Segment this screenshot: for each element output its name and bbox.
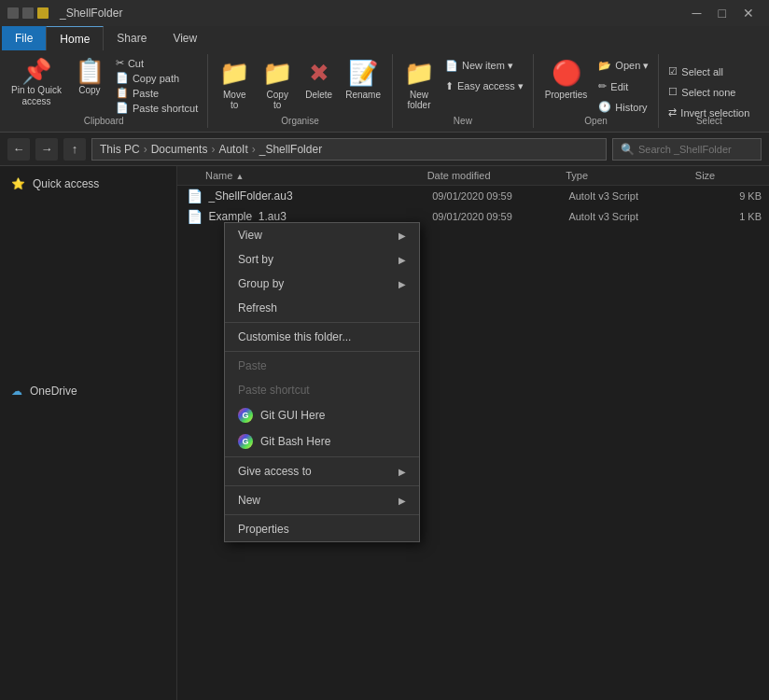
rename-button[interactable]: 📝 Rename xyxy=(340,56,386,103)
ctx-pasteshortcut: Paste shortcut xyxy=(225,378,419,402)
col-type[interactable]: Type xyxy=(566,170,695,181)
moveto-icon: 📁 xyxy=(219,59,249,88)
window-icon xyxy=(7,7,19,19)
history-label: History xyxy=(615,102,647,113)
moveto-label: Moveto xyxy=(223,90,245,110)
ctx-sep-5 xyxy=(225,514,419,515)
properties-ribbon-label: Properties xyxy=(545,90,588,100)
ctx-new[interactable]: New ▶ xyxy=(225,488,419,512)
back-button[interactable]: ← xyxy=(7,138,30,161)
forward-button[interactable]: → xyxy=(35,138,58,161)
edit-ribbon-label: Edit xyxy=(610,81,628,92)
minimize-button[interactable]: ─ xyxy=(685,6,709,21)
close-button[interactable]: ✕ xyxy=(735,6,762,21)
ribbon-group-organise: 📁 Moveto 📁 Copyto ✖ Delete 📝 Rename Orga… xyxy=(208,54,393,128)
col-size[interactable]: Size xyxy=(695,170,769,181)
ctx-properties[interactable]: Properties xyxy=(225,517,419,541)
ctx-sep-1 xyxy=(225,322,419,323)
table-row[interactable]: 📄 _ShellFolder.au3 09/01/2020 09:59 Auto… xyxy=(177,186,769,206)
ctx-view[interactable]: View ▶ xyxy=(225,223,419,247)
properties-ribbon-button[interactable]: 🔴 Properties xyxy=(539,56,594,103)
ctx-groupby[interactable]: Group by ▶ xyxy=(225,272,419,296)
organise-label: Organise xyxy=(208,116,392,126)
paste-ribbon-button[interactable]: 📋 Paste xyxy=(112,86,202,100)
easyaccess-button[interactable]: ⬆ Easy access ▾ xyxy=(441,77,527,96)
title-bar-icons xyxy=(7,7,49,19)
file-icon-1: 📄 xyxy=(187,189,204,203)
cut-icon: ✂ xyxy=(116,57,124,69)
newfolder-button[interactable]: 📁 Newfolder xyxy=(398,56,440,113)
history-button[interactable]: 🕐 History xyxy=(594,97,652,117)
main-content: ⭐ Quick access ☁ OneDrive Name ▲ Date mo… xyxy=(0,166,769,700)
cut-label: Cut xyxy=(128,58,144,69)
copyto-button[interactable]: 📁 Copyto xyxy=(257,56,298,113)
ctx-groupby-label: Group by xyxy=(238,277,284,290)
delete-button[interactable]: ✖ Delete xyxy=(300,56,338,103)
pin-button[interactable]: 📌 Pin to Quickaccess xyxy=(6,56,67,110)
edit-ribbon-button[interactable]: ✏ Edit xyxy=(594,77,652,96)
ctx-gitbash[interactable]: G Git Bash Here xyxy=(225,428,419,455)
ctx-groupby-arrow: ▶ xyxy=(398,279,406,289)
sidebar-item-onedrive[interactable]: ☁ OneDrive xyxy=(0,381,176,401)
tab-home[interactable]: Home xyxy=(46,26,104,50)
file-type-1: AutoIt v3 Script xyxy=(568,190,695,202)
delete-icon: ✖ xyxy=(309,59,329,88)
ctx-sortby-arrow: ▶ xyxy=(398,255,406,265)
file-size-2: 1 KB xyxy=(696,211,769,222)
col-date[interactable]: Date modified xyxy=(427,170,566,181)
open-ribbon-button[interactable]: 📂 Open ▾ xyxy=(594,56,652,76)
ribbon-group-select: ☑ Select all ☐ Select none ⇄ Invert sele… xyxy=(659,54,759,128)
pin-icon: 📌 xyxy=(21,59,51,83)
pasteshortcut-button[interactable]: 📄 Paste shortcut xyxy=(112,101,202,115)
tab-share[interactable]: Share xyxy=(104,26,160,50)
up-button[interactable]: ↑ xyxy=(63,138,86,161)
selectall-button[interactable]: ☑ Select all xyxy=(664,62,753,81)
ctx-refresh-label: Refresh xyxy=(238,301,277,315)
maximize-button[interactable]: □ xyxy=(711,6,734,21)
ctx-pasteshortcut-label: Paste shortcut xyxy=(238,384,310,397)
paste-icon: 📋 xyxy=(116,87,129,99)
ctx-customise-label: Customise this folder... xyxy=(238,330,351,343)
selectnone-button[interactable]: ☐ Select none xyxy=(664,82,753,102)
rename-icon: 📝 xyxy=(348,59,378,88)
title-bar: _ShellFolder ─ □ ✕ xyxy=(0,0,769,26)
path-shellfolder: _ShellFolder xyxy=(259,143,322,156)
file-name-1: _ShellFolder.au3 xyxy=(204,189,432,203)
delete-label: Delete xyxy=(305,90,332,100)
ctx-properties-label: Properties xyxy=(238,523,289,536)
ctx-gitgui[interactable]: G Git GUI Here xyxy=(225,402,419,428)
file-date-2: 09/01/2020 09:59 xyxy=(432,211,568,222)
sidebar-item-quickaccess[interactable]: ⭐ Quick access xyxy=(0,174,176,194)
path-documents: Documents xyxy=(151,143,208,156)
ctx-sortby[interactable]: Sort by ▶ xyxy=(225,247,419,272)
copypath-icon: 📄 xyxy=(116,72,129,84)
file-icon-2: 📄 xyxy=(187,209,204,224)
cut-button[interactable]: ✂ Cut xyxy=(112,56,202,70)
copyto-label: Copyto xyxy=(267,90,288,110)
history-icon: 🕐 xyxy=(598,101,611,113)
moveto-button[interactable]: 📁 Moveto xyxy=(214,56,255,113)
file-size-1: 9 KB xyxy=(696,190,769,202)
copy-big-button[interactable]: 📋 Copy xyxy=(69,56,110,98)
easyaccess-label: Easy access ▾ xyxy=(457,80,524,92)
ctx-customise[interactable]: Customise this folder... xyxy=(225,325,419,349)
window-controls[interactable]: ─ □ ✕ xyxy=(685,6,762,21)
address-path[interactable]: This PC › Documents › AutoIt › _ShellFol… xyxy=(91,138,607,161)
ribbon-open-items: 🔴 Properties 📂 Open ▾ ✏ Edit 🕐 History xyxy=(539,56,653,143)
new-group-label: New xyxy=(393,116,533,126)
ctx-giveaccess[interactable]: Give access to ▶ xyxy=(225,459,419,483)
tab-file[interactable]: File xyxy=(2,26,46,50)
ctx-giveaccess-label: Give access to xyxy=(238,465,312,478)
new-col: 📄 New item ▾ ⬆ Easy access ▾ xyxy=(441,56,527,109)
selectnone-icon: ☐ xyxy=(668,86,678,98)
tab-view[interactable]: View xyxy=(160,26,210,50)
selectnone-label: Select none xyxy=(681,87,735,98)
newitem-button[interactable]: 📄 New item ▾ xyxy=(441,56,527,76)
col-name[interactable]: Name ▲ xyxy=(177,170,427,181)
ctx-refresh[interactable]: Refresh xyxy=(225,296,419,320)
copypath-button[interactable]: 📄 Copy path xyxy=(112,71,202,85)
ctx-gitgui-label: Git GUI Here xyxy=(260,409,325,422)
file-area: Name ▲ Date modified Type Size 📄 _ShellF… xyxy=(177,166,769,700)
copypath-label: Copy path xyxy=(133,73,179,84)
ribbon-clipboard-items: 📌 Pin to Quickaccess 📋 Copy ✂ Cut 📄 Copy… xyxy=(6,56,202,141)
